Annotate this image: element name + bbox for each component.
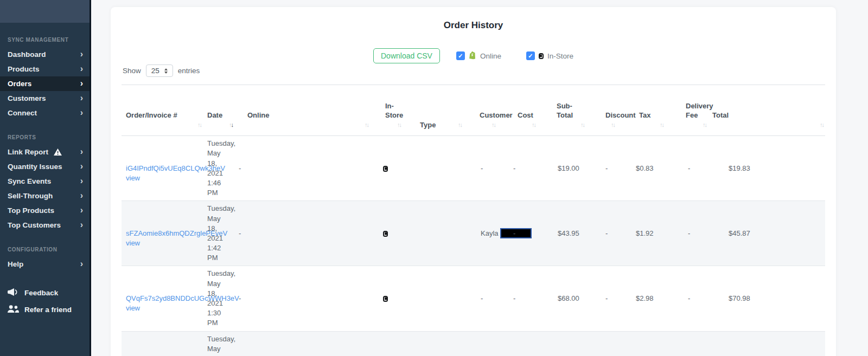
sidebar-item[interactable]: Customers › [0,91,90,106]
column-header[interactable]: Online ↑↓ [234,85,370,136]
sidebar-footer: Feedback Refer a friend [0,284,90,318]
page-title: Order History [122,20,825,31]
table-row: 10542 view Tuesday, May 18, 2021 1:06 PM [122,331,825,356]
instore-icon [383,166,388,172]
table-header-row: Order/Invoice # ↑↓ Date ↑↓ Online ↑↓ [122,85,825,136]
sidebar-item-label: Dashboard [8,50,46,59]
view-link[interactable]: view [126,174,140,182]
column-header-label: Sub- Total [557,102,573,120]
tax-cell: - [616,331,665,356]
column-header[interactable]: Sub- Total ↑↓ [537,85,586,136]
cost-cell: - [497,331,537,356]
feedback-link[interactable]: Feedback [0,284,90,301]
section-label-reports: REPORTS [0,134,90,140]
order-invoice-cell: QVqFs7s2yd8BNDDcUGcWWH3eV view [122,266,203,331]
chevron-right-icon: › [80,93,83,103]
column-header[interactable]: Date ↑↓ [203,85,234,136]
column-header-label: Cost [518,111,533,119]
sidebar-item[interactable]: Products › [0,62,90,76]
column-header-label: Date [207,111,222,119]
customer-name: Kayla [481,229,499,237]
view-link[interactable]: view [126,239,140,247]
sidebar-item[interactable]: Help › [0,257,90,271]
total-cell: $19.83 [708,136,825,201]
cost-cell: - [497,136,537,201]
column-header[interactable]: Tax ↑↓ [616,85,665,136]
type-cell [403,266,463,331]
instore-checkbox[interactable]: ✓ [526,51,535,60]
sidebar-item[interactable]: Dashboard › [0,47,90,62]
online-cell: - [234,266,370,331]
download-csv-button[interactable]: Download CSV [373,48,440,63]
column-header-label: Tax [639,111,650,119]
sidebar-item-label: Top Products [8,206,54,215]
online-filter-label: Online [480,52,501,60]
sort-icon: ↑↓ [580,121,584,129]
instore-icon [383,296,388,302]
column-header[interactable]: Cost ↑↓ [497,85,537,136]
instore-cell: Fulfill [370,331,403,356]
online-dash: - [239,164,241,172]
discount-cell: - [586,136,616,201]
date-cell: Tuesday, May 18, 2021 1:42 PM [203,201,234,266]
type-cell [403,136,463,201]
delivery-fee-cell: - [665,266,708,331]
column-header-label: Total [712,111,729,119]
column-header[interactable]: Discount ↑↓ [586,85,616,136]
table-row: sFZAomie8x6hmQDZrglePEveV view Tuesday, … [122,201,825,266]
instore-cell [370,201,403,266]
entries-select[interactable]: 25 [146,64,173,77]
show-entries-row: Show 25 entries [123,64,825,77]
customer-cell: - [463,266,497,331]
sidebar-item[interactable]: Link Report › [0,145,90,159]
sidebar-item-label: Products [8,65,40,73]
date-cell: Tuesday, May 18, 2021 1:46 PM [203,136,234,201]
column-header[interactable]: Type ↑↓ [403,85,463,136]
sidebar-item[interactable]: Quantity Issues › [0,159,90,174]
type-cell: mail [403,331,463,356]
sort-icon: ↑↓ [820,121,824,129]
chevron-right-icon: › [80,259,83,269]
view-link[interactable]: view [126,304,140,312]
online-cell: - [234,136,370,201]
sort-icon: ↑↓ [397,121,401,129]
redacted-customer-block [500,228,532,238]
column-header[interactable]: Order/Invoice # ↑↓ [122,85,203,136]
column-header[interactable]: Total ↑↓ [708,85,825,136]
sidebar-item[interactable]: Orders › [0,76,90,91]
sidebar-item[interactable]: Top Customers › [0,218,90,232]
sidebar-item[interactable]: Sync Events › [0,174,90,189]
orders-table-body: iG4IPndfQi5vUEq8CLQwk3heV view Tuesday, … [122,136,825,356]
column-header[interactable]: Customer ↑↓ [463,85,497,136]
sidebar-item-label: Link Report [8,148,48,156]
entries-label: entries [178,67,200,75]
sidebar-item[interactable]: Sell-Through › [0,189,90,203]
order-invoice-cell: 10542 view [122,331,203,356]
refer-a-friend-label: Refer a friend [24,306,72,314]
sidebar-item[interactable]: Top Products › [0,203,90,218]
refer-a-friend-link[interactable]: Refer a friend [0,301,90,318]
customer-cell: Vasantha [463,331,497,356]
show-label: Show [123,67,141,75]
column-header[interactable]: In-Store ↑↓ [370,85,403,136]
warning-icon [54,148,62,156]
sidebar-item-label: Sell-Through [8,192,53,200]
chevron-right-icon: › [80,108,83,118]
controls-row: Download CSV ✓ Online ✓ In-Store [122,48,825,63]
online-checkbox[interactable]: ✓ [456,51,465,60]
subtotal-cell: $90.50 [537,331,586,356]
sort-icon: ↑↓ [458,121,462,129]
subtotal-cell: $19.00 [537,136,586,201]
table-row: iG4IPndfQi5vUEq8CLQwk3heV view Tuesday, … [122,136,825,201]
online-filter: ✓ Online [456,51,501,61]
order-invoice-cell: iG4IPndfQi5vUEq8CLQwk3heV view [122,136,203,201]
sidebar-item[interactable]: Connect › [0,106,90,120]
cost-cell: - [497,266,537,331]
sort-icon: ↑↓ [660,121,663,129]
chevron-right-icon: › [80,191,83,200]
column-header[interactable]: Delivery Fee ↑↓ [665,85,708,136]
tax-cell: $2.98 [616,266,665,331]
instore-icon [539,53,544,59]
sort-icon: ↑↓ [611,121,615,129]
sort-icon: ↑↓ [532,121,535,129]
